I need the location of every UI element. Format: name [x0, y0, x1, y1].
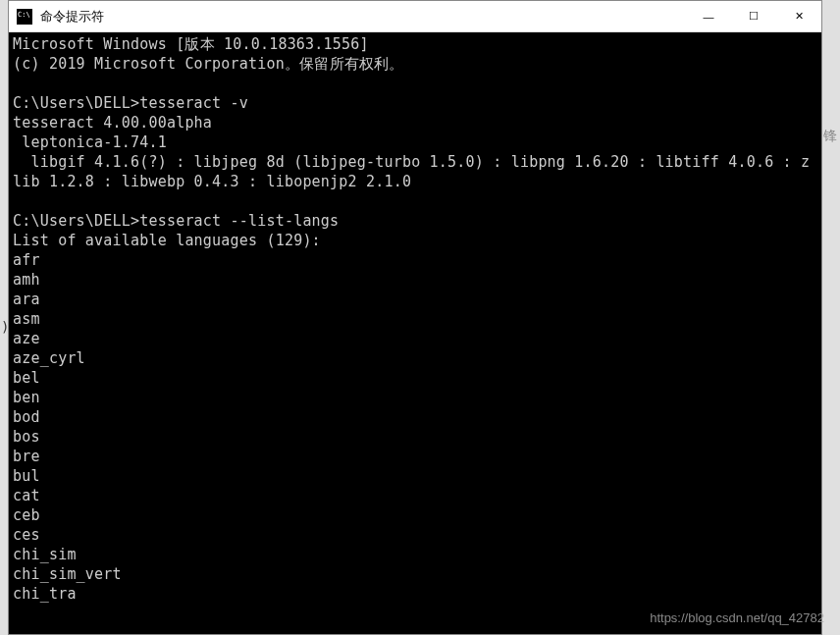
- language-list: afr amh ara asm aze aze_cyrl bel ben bod…: [13, 251, 122, 603]
- titlebar[interactable]: 命令提示符 — ☐ ✕: [9, 1, 821, 32]
- leptonica-output: leptonica-1.74.1: [13, 133, 167, 151]
- version-output: tesseract 4.00.00alpha: [13, 114, 212, 132]
- prompt-line-1: C:\Users\DELL>tesseract -v: [13, 94, 248, 112]
- prompt-line-2: C:\Users\DELL>tesseract --list-langs: [13, 212, 339, 230]
- cmd-window: 命令提示符 — ☐ ✕ Microsoft Windows [版本 10.0.1…: [8, 0, 822, 635]
- list-header: List of available languages (129):: [13, 232, 321, 249]
- window-controls: — ☐ ✕: [686, 1, 821, 31]
- close-button[interactable]: ✕: [776, 1, 821, 31]
- maximize-button[interactable]: ☐: [731, 1, 776, 31]
- libs-output: libgif 4.1.6(?) : libjpeg 8d (libjpeg-tu…: [13, 153, 810, 190]
- header-line-1: Microsoft Windows [版本 10.0.18363.1556]: [13, 35, 369, 53]
- watermark-text: https://blog.csdn.net/qq_42782: [650, 610, 824, 625]
- cmd-icon: [17, 9, 32, 25]
- minimize-button[interactable]: —: [686, 1, 731, 31]
- terminal-output[interactable]: Microsoft Windows [版本 10.0.18363.1556] (…: [9, 32, 821, 634]
- window-title: 命令提示符: [38, 8, 686, 26]
- header-line-2: (c) 2019 Microsoft Corporation。保留所有权利。: [13, 55, 404, 73]
